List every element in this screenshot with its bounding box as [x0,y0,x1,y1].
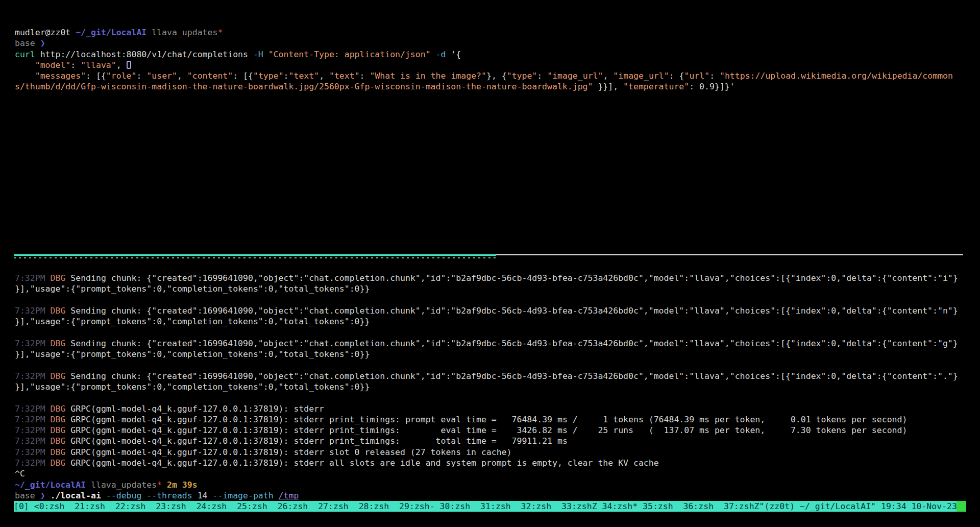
text-segment: GRPC(ggml-model-q4_k.gguf-127.0.0.1:3781… [70,415,907,424]
text-segment: "Content-Type: application/json" [268,50,431,59]
text-segment: "text" [329,71,360,81]
tmux-window-24zsh[interactable]: 24:zsh [197,501,227,511]
text-segment [146,28,152,37]
log-timestamp: 7:32PM [15,436,51,446]
log-timestamp: 7:32PM [15,447,51,457]
terminal-cursor [127,61,131,69]
log-level-badge: DBG [51,425,71,435]
tmux-window-26zsh[interactable]: 26:zsh [278,501,308,511]
text-segment: "messages" [35,71,86,81]
text-segment: "user" [146,71,177,81]
log-timestamp: 7:32PM [15,273,51,283]
terminal-line: 7:32PM DBG Sending chunk: {"created":169… [15,305,966,316]
pane-divider-dots [14,257,496,258]
text-segment: "https://upload.wikimedia.org/wikipedia/… [720,71,953,81]
pane-divider[interactable] [14,254,963,259]
terminal-line: 7:32PM DBG GRPC(ggml-model-q4_k.gguf-127… [15,458,966,468]
tmux-status-bar: [0] <0:zsh 21:zsh 22:zsh 23:zsh 24:zsh 2… [14,501,966,512]
text-segment: : [537,71,547,81]
terminal-line: }],"usage":{"prompt_tokens":0,"completio… [15,283,966,294]
terminal-line: 7:32PM DBG GRPC(ggml-model-q4_k.gguf-127… [15,403,966,414]
tmux-window-0zsh[interactable]: <0:zsh [34,501,65,511]
bottom-pane[interactable]: 7:32PM DBG Sending chunk: {"created":169… [15,273,966,501]
terminal-line [15,360,966,370]
flag-debug-threads: --debug --threads [106,491,198,500]
flag-image-path: --image-path [212,491,278,500]
text-segment: }, { [486,71,507,81]
tmux-window-31zsh[interactable]: 31:zsh [480,501,511,511]
pane-divider-active-segment [14,254,496,256]
text-segment: "temperature" [623,82,689,91]
tmux-window-27zsh[interactable]: 27:zsh [318,501,349,511]
top-pane[interactable]: mudler@zz0t ~/_git/LocalAI llava_updates… [15,27,966,92]
terminal-line: 7:32PM DBG GRPC(ggml-model-q4_k.gguf-127… [15,414,966,425]
text-segment: "model" [35,60,71,70]
terminal-line: 7:32PM DBG Sending chunk: {"created":169… [15,273,966,283]
log-level-badge: DBG [51,458,71,468]
log-level-badge: DBG [51,447,71,457]
text-segment: Sending chunk: {"created":1699641090,"ob… [70,306,958,316]
text-segment: : [709,71,720,81]
log-timestamp: 7:32PM [15,371,51,381]
terminal-line: curl http://localhost:8080/v1/chat/compl… [15,49,966,60]
statusbar-end-accent [957,501,966,512]
terminal-line: }],"usage":{"prompt_tokens":0,"completio… [15,316,966,327]
conda-env-label: base [15,491,40,500]
tmux-window-36zsh[interactable]: 36:zsh [683,501,714,511]
tmux-window-28zsh[interactable]: 28:zsh [359,501,389,511]
text-segment: Sending chunk: {"created":1699641090,"ob… [70,339,958,348]
bottom-pane-lines: 7:32PM DBG Sending chunk: {"created":169… [15,273,966,501]
tmux-window-37zshZ[interactable]: 37:zshZ [724,501,760,511]
tmux-window-33zshZ[interactable]: 33:zshZ [561,501,597,511]
terminal-line: "model": "llava", [15,60,966,70]
text-segment: Sending chunk: {"created":1699641090,"ob… [70,371,958,381]
terminal-line [15,295,966,305]
text-segment: GRPC(ggml-model-q4_k.gguf-127.0.0.1:3781… [70,404,324,414]
conda-env-label: base [15,38,40,48]
text-segment: }],"usage":{"prompt_tokens":0,"completio… [15,317,370,326]
text-segment: GRPC(ggml-model-q4_k.gguf-127.0.0.1:3781… [70,447,511,457]
git-dirty-indicator: * [157,480,162,490]
log-timestamp: 7:32PM [15,425,51,435]
cwd-path: ~/_git/LocalAI [15,480,86,490]
flag-header: -H [253,50,263,59]
tmp-path-link[interactable]: /tmp [279,491,299,500]
text-segment [86,480,91,490]
pane-divider-inactive-segment [496,254,963,255]
tmux-window-30zsh[interactable]: 30:zsh [440,501,471,511]
tmux-window-25zsh[interactable]: 25:zsh [237,501,267,511]
log-level-badge: DBG [51,404,71,414]
prompt-symbol: ❯ [40,491,51,500]
tmux-window-22zsh[interactable]: 22:zsh [115,501,146,511]
top-pane-lines: mudler@zz0t ~/_git/LocalAI llava_updates… [15,27,966,92]
text-segment: "role" [106,71,137,81]
text-segment: GRPC(ggml-model-q4_k.gguf-127.0.0.1:3781… [70,436,568,446]
terminal-line: base ❯ [15,38,966,49]
tmux-window-23zsh[interactable]: 23:zsh [156,501,186,511]
tmux-window-32zsh[interactable]: 32:zsh [521,501,552,511]
tmux-window-29zsh[interactable]: 29:zsh- [399,501,435,511]
log-timestamp: 7:32PM [15,404,51,414]
text-segment [15,71,35,81]
text-segment [263,50,268,59]
log-level-badge: DBG [51,436,71,446]
text-segment [431,50,436,59]
tmux-window-35zsh[interactable]: 35:zsh [643,501,673,511]
text-segment: : [{ [233,71,253,81]
terminal[interactable]: { "colors": { "bg": "#000000", "fg": "#d… [0,0,980,527]
interrupt-signal: ^C [15,469,25,478]
tmux-window-34zsh[interactable]: 34:zsh* [602,501,638,511]
text-segment: : [284,71,289,81]
session-indicator: [0] [14,501,34,511]
terminal-line: mudler@zz0t ~/_git/LocalAI llava_updates… [15,27,966,38]
text-segment: http://localhost:8080/v1/chat/completion… [35,50,253,59]
text-segment: : [136,71,146,81]
text-segment: "What is in the image?" [370,71,486,81]
text-segment: s/thumb/d/dd/Gfp-wisconsin-madison-the-n… [15,82,593,91]
text-segment [162,480,167,490]
git-branch-label: llava_updates [91,480,157,490]
window-list: <0:zsh 21:zsh 22:zsh 23:zsh 24:zsh 25:zs… [34,501,760,511]
flag-data: -d [436,50,446,59]
tmux-window-21zsh[interactable]: 21:zsh [75,501,105,511]
status-right: "(zz0t) ~/_git/LocalAI" 19:34 10-Nov-23 [760,501,957,511]
